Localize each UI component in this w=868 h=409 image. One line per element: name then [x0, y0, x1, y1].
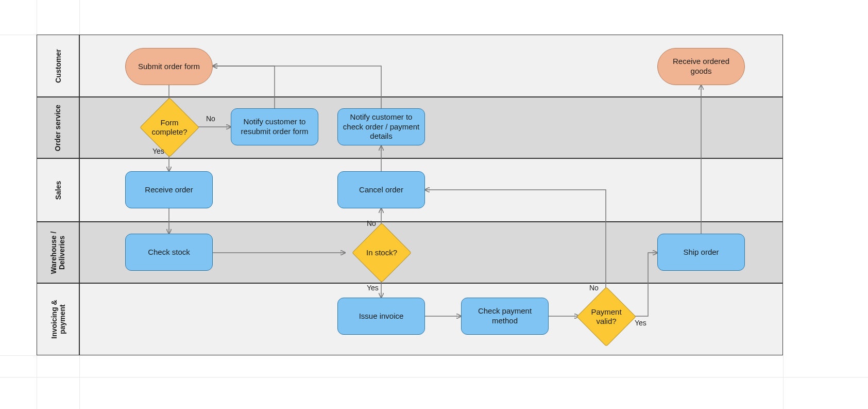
edge-label-payment-no: No [589, 284, 599, 292]
lane-label-order-service: Order service [37, 97, 79, 158]
node-label: Notify customer to resubmit order form [235, 117, 314, 137]
lane-label-sales: Sales [37, 158, 79, 222]
edge-label-form-yes: Yes [152, 147, 164, 155]
node-label: Submit order form [138, 62, 200, 72]
node-cancel-order: Cancel order [337, 171, 425, 208]
node-ship-order: Ship order [657, 234, 745, 271]
node-label: Receive order [145, 185, 193, 195]
node-label: Payment valid? [586, 307, 627, 326]
edge-label-payment-yes: Yes [635, 319, 646, 327]
node-label: Cancel order [359, 185, 403, 195]
node-submit-order-form: Submit order form [125, 48, 213, 85]
lane-label-invoicing: Invoicing & payment [37, 283, 79, 355]
node-label: Receive ordered goods [662, 57, 740, 76]
lane-label-text: Warehouse / Deliveries [50, 231, 66, 274]
diagram-canvas: Customer Order service Sales Warehouse /… [0, 0, 868, 409]
node-notify-check-details: Notify customer to check order / payment… [337, 108, 425, 145]
edge-label-stock-yes: Yes [367, 284, 379, 292]
node-receive-order: Receive order [125, 171, 213, 208]
edge-label-stock-no: No [367, 219, 376, 227]
node-label: Ship order [683, 248, 719, 257]
lane-label-text: Sales [54, 169, 62, 211]
node-receive-goods: Receive ordered goods [657, 48, 745, 85]
node-label: Check payment method [466, 306, 544, 326]
node-notify-resubmit: Notify customer to resubmit order form [231, 108, 318, 145]
node-label: In stock? [361, 248, 402, 257]
node-check-payment-method: Check payment method [461, 298, 549, 335]
lane-label-customer: Customer [37, 35, 79, 97]
node-label: Form complete? [149, 118, 190, 137]
node-label: Notify customer to check order / payment… [342, 112, 420, 141]
node-issue-invoice: Issue invoice [337, 298, 425, 335]
lane-label-warehouse: Warehouse / Deliveries [37, 222, 79, 283]
node-label: Issue invoice [359, 312, 404, 321]
edge-label-form-no: No [206, 114, 215, 123]
node-label: Check stock [148, 248, 190, 257]
lane-label-text: Invoicing & payment [50, 299, 66, 340]
lane-label-text: Order service [54, 104, 62, 151]
lane-label-text: Customer [54, 45, 62, 87]
node-check-stock: Check stock [125, 234, 213, 271]
lane-body-invoicing [79, 283, 783, 355]
